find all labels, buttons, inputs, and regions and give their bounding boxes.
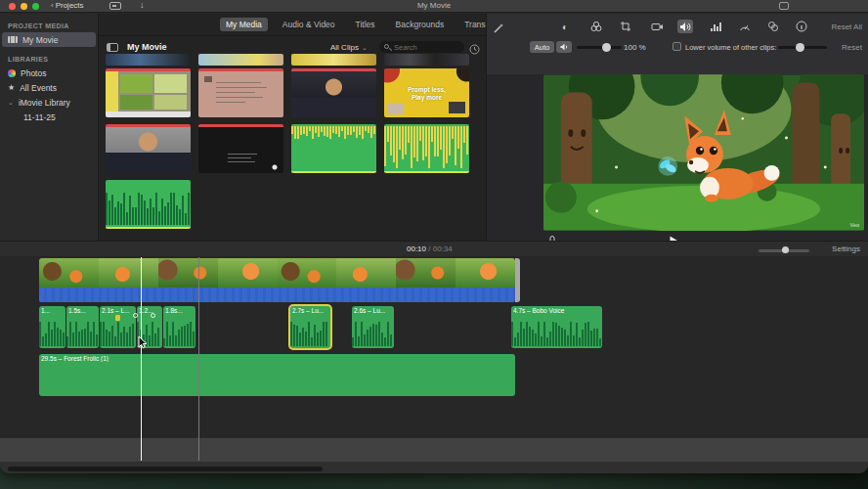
timeline-audio-clip[interactable]: 2.7s – Lu... bbox=[290, 306, 330, 348]
imovie-app: ‹Projects ↓ My Movie My Media Audio & Vi… bbox=[0, 0, 868, 489]
media-thumbnail-strip3[interactable] bbox=[384, 54, 469, 66]
promo-text: Play more bbox=[384, 94, 469, 101]
speed-icon[interactable] bbox=[737, 20, 753, 33]
photos-icon bbox=[8, 69, 16, 77]
timeline-audio-clip[interactable]: 1.8s... bbox=[163, 306, 195, 348]
timeline-music-clip[interactable]: 29.5s – Forest Frolic (1) bbox=[39, 354, 515, 396]
reset-all-button[interactable]: Reset All bbox=[831, 22, 862, 31]
clip-filter-icon[interactable] bbox=[765, 20, 781, 33]
fade-handle-icon[interactable] bbox=[133, 313, 138, 318]
sidebar-item-imovie-library[interactable]: ⌄ iMovie Library bbox=[0, 95, 98, 110]
mouse-cursor bbox=[138, 335, 149, 353]
timeline: 1...1.5s...2.1s – L...1.2...1.8s...2.7s … bbox=[0, 257, 868, 473]
sidebar-item-all-events[interactable]: ★ All Events bbox=[0, 80, 98, 95]
noise-reduction-icon[interactable] bbox=[708, 20, 723, 33]
sidebar-toggle-icon[interactable] bbox=[107, 43, 118, 52]
tab-audio-video[interactable]: Audio & Video bbox=[277, 18, 341, 31]
clip-filter-dropdown[interactable]: All Clips⌄ bbox=[330, 43, 368, 52]
search-input[interactable]: Search bbox=[379, 41, 464, 53]
timeline-video-frame[interactable] bbox=[218, 258, 278, 288]
search-placeholder: Search bbox=[394, 43, 417, 52]
media-thumbnail-doc[interactable] bbox=[198, 68, 283, 117]
gallery-icon[interactable] bbox=[779, 2, 789, 10]
media-thumbnail-strip1[interactable] bbox=[198, 54, 283, 66]
timeline-settings-button[interactable]: Settings bbox=[832, 244, 860, 253]
libraries-sidebar: PROJECT MEDIA My Movie LIBRARIES Photos … bbox=[0, 14, 98, 241]
disclosure-chevron-icon[interactable]: ⌄ bbox=[8, 99, 14, 107]
libraries-header: LIBRARIES bbox=[8, 56, 98, 63]
fade-handle-icon[interactable] bbox=[151, 313, 155, 318]
window-title: My Movie bbox=[0, 1, 868, 10]
timeline-audio-clip[interactable]: 2.6s – Lu... bbox=[352, 306, 394, 348]
media-thumbnail-terminal[interactable] bbox=[198, 124, 283, 173]
sidebar-item-event-date[interactable]: 11-11-25 bbox=[0, 110, 98, 124]
timeline-audio-clip[interactable]: 1... bbox=[39, 306, 65, 348]
clip-label: 2.7s – Lu... bbox=[292, 307, 329, 314]
timeline-video-frame[interactable] bbox=[278, 258, 337, 288]
media-thumbnail-headshot[interactable] bbox=[106, 124, 191, 173]
tab-my-media[interactable]: My Media bbox=[220, 18, 268, 31]
clip-trim-handle[interactable] bbox=[515, 258, 520, 302]
fox-forest-frame bbox=[543, 74, 864, 231]
clip-label: 1.8s... bbox=[165, 307, 195, 314]
titlebar: ‹Projects ↓ My Movie bbox=[0, 0, 868, 13]
clip-zoom-knob[interactable] bbox=[782, 246, 789, 253]
media-thumbnail-promo[interactable]: Prompt less,Play more bbox=[384, 68, 469, 117]
clip-label: 2.6s – Lu... bbox=[354, 307, 393, 314]
timeline-gutter bbox=[0, 438, 868, 462]
info-icon[interactable] bbox=[794, 20, 809, 33]
color-correction-icon[interactable] bbox=[588, 20, 604, 33]
enhance-wand-icon[interactable] bbox=[493, 21, 504, 38]
timeline-video-frame[interactable] bbox=[456, 258, 515, 288]
timeline-video-frame[interactable] bbox=[99, 258, 158, 288]
mute-button[interactable] bbox=[556, 41, 572, 53]
volume-slider[interactable] bbox=[577, 46, 622, 49]
volume-icon[interactable] bbox=[677, 20, 693, 33]
sidebar-item-my-movie[interactable]: My Movie bbox=[2, 32, 96, 47]
timeline-audio-clip[interactable]: 1.5s... bbox=[66, 306, 99, 348]
media-thumbnail-strip0[interactable] bbox=[106, 54, 191, 66]
timeline-video-clip[interactable] bbox=[39, 258, 515, 288]
lower-volume-checkbox[interactable] bbox=[673, 42, 681, 51]
sidebar-item-photos[interactable]: Photos bbox=[0, 66, 98, 80]
timeline-video-frame[interactable] bbox=[336, 258, 396, 288]
search-icon bbox=[384, 44, 389, 49]
film-icon bbox=[8, 36, 18, 43]
video-watermark: Veo bbox=[850, 222, 859, 228]
tab-titles[interactable]: Titles bbox=[350, 18, 381, 31]
color-balance-icon[interactable]: ◐ bbox=[557, 20, 573, 33]
auto-volume-button[interactable]: Auto bbox=[530, 41, 554, 53]
video-clip-audio-strip[interactable] bbox=[39, 288, 515, 302]
waveform bbox=[39, 321, 65, 346]
media-thumbnail-grid[interactable] bbox=[106, 68, 191, 117]
waveform bbox=[352, 321, 394, 346]
timeline-audio-clip[interactable]: 4.7s – Bobo Voice bbox=[511, 306, 602, 348]
waveform bbox=[106, 192, 191, 225]
volume-percent: 100 % bbox=[624, 43, 646, 52]
timeline-video-frame[interactable] bbox=[396, 258, 456, 288]
imovie-window: ‹Projects ↓ My Movie My Media Audio & Vi… bbox=[0, 0, 868, 473]
preview-video[interactable]: Veo bbox=[543, 74, 864, 231]
timeline-video-frame[interactable] bbox=[158, 258, 218, 288]
lower-volume-slider-knob[interactable] bbox=[796, 43, 804, 52]
media-browser: My Media Audio & Video Titles Background… bbox=[99, 14, 486, 241]
timeline-audio-clip[interactable]: 2.1s – L... bbox=[100, 306, 136, 348]
clip-label: 1.5s... bbox=[68, 307, 98, 314]
playhead[interactable] bbox=[141, 257, 142, 461]
crop-icon[interactable] bbox=[618, 20, 633, 33]
horizontal-scrollbar[interactable] bbox=[8, 467, 323, 471]
volume-reset-button[interactable]: Reset bbox=[842, 43, 862, 52]
tab-backgrounds[interactable]: Backgrounds bbox=[390, 18, 451, 31]
timeline-video-frame[interactable] bbox=[39, 258, 99, 288]
media-thumbnail-strip2[interactable] bbox=[291, 54, 376, 66]
stabilization-icon[interactable] bbox=[649, 20, 665, 33]
media-thumbnail-videodark[interactable] bbox=[291, 68, 376, 117]
media-thumbnail-audio-wave[interactable] bbox=[106, 180, 191, 229]
timeline-toolbar: 00:10 / 00:34 Settings bbox=[0, 241, 868, 256]
project-media-header: PROJECT MEDIA bbox=[8, 22, 98, 29]
history-icon[interactable] bbox=[469, 41, 480, 59]
media-thumbnail-audio-spikes[interactable] bbox=[384, 124, 469, 173]
media-tabs: My Media Audio & Video Titles Background… bbox=[220, 18, 510, 31]
media-thumbnail-audio-yellowtop[interactable] bbox=[291, 124, 376, 173]
volume-slider-knob[interactable] bbox=[602, 43, 611, 52]
